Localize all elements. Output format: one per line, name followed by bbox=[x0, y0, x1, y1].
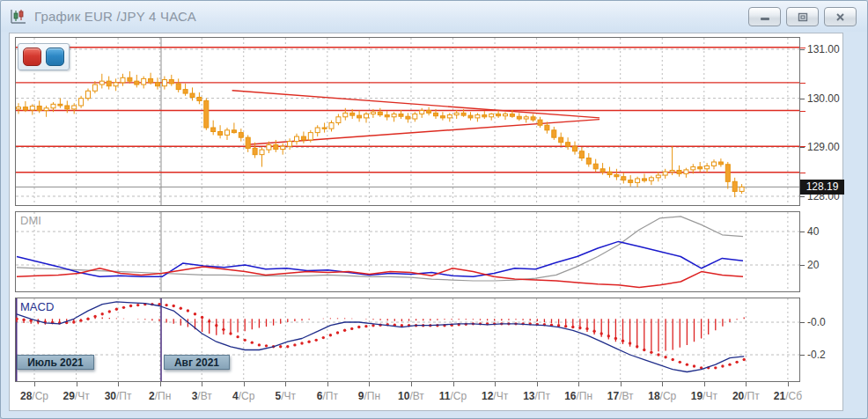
axis-tick bbox=[800, 147, 805, 148]
time-axis-tick bbox=[704, 382, 705, 386]
red-marker-button[interactable] bbox=[23, 48, 41, 66]
time-axis-tick bbox=[34, 382, 35, 386]
minimize-button[interactable] bbox=[748, 7, 781, 26]
minimize-icon bbox=[760, 12, 770, 21]
time-axis-label: 9/Пн bbox=[346, 390, 392, 402]
time-axis-label: 11/Ср bbox=[430, 390, 476, 402]
axis-tick bbox=[800, 322, 805, 323]
axis-tick bbox=[800, 83, 805, 84]
candlestick-chart[interactable] bbox=[16, 38, 799, 205]
time-axis-label: 2/Пн bbox=[137, 390, 183, 402]
macd-indicator-panel[interactable]: MACD bbox=[15, 298, 800, 382]
price-axis-label: 129.00 bbox=[807, 141, 840, 153]
restore-button[interactable] bbox=[786, 7, 819, 26]
time-axis-tick bbox=[788, 382, 789, 386]
chart-window: График EUR /JPY 4 ЧАСА bbox=[0, 0, 868, 419]
time-axis-label: 6/Пт bbox=[305, 390, 350, 402]
time-axis-tick bbox=[244, 382, 245, 386]
chart-object-toolbar bbox=[18, 43, 70, 70]
close-icon bbox=[835, 12, 845, 22]
candlestick-chart-icon bbox=[10, 9, 27, 25]
axis-tick bbox=[800, 232, 805, 232]
time-axis-tick bbox=[118, 382, 119, 386]
axis-tick bbox=[800, 48, 805, 48]
time-axis-tick bbox=[537, 382, 538, 386]
title-bar[interactable]: График EUR /JPY 4 ЧАСА bbox=[1, 1, 867, 32]
month-marker-july: Июль 2021 bbox=[17, 355, 94, 370]
macd-axis-label: -0.0 bbox=[807, 316, 826, 328]
time-axis-tick bbox=[160, 382, 161, 386]
time-axis-label: 19/Чт bbox=[681, 390, 727, 402]
dmi-axis-label: 20 bbox=[807, 259, 819, 271]
dmi-chart[interactable] bbox=[16, 212, 799, 291]
time-axis-tick bbox=[746, 382, 747, 386]
blue-marker-button[interactable] bbox=[46, 48, 64, 66]
time-axis-label: 28/Ср bbox=[11, 390, 57, 402]
month-marker-august: Авг 2021 bbox=[164, 355, 230, 370]
time-axis-tick bbox=[77, 382, 77, 386]
time-axis-label: 21/Сб bbox=[765, 390, 811, 402]
time-axis-tick bbox=[202, 382, 202, 386]
time-axis-label: 10/Вт bbox=[388, 390, 434, 402]
time-axis-tick bbox=[453, 382, 454, 386]
macd-axis-label: -0.2 bbox=[807, 349, 826, 361]
time-axis-tick bbox=[495, 382, 496, 386]
time-axis-tick bbox=[578, 382, 579, 386]
window-title: График EUR /JPY 4 ЧАСА bbox=[34, 9, 196, 24]
axis-tick bbox=[800, 49, 805, 50]
time-axis-tick bbox=[369, 382, 370, 386]
restore-icon bbox=[798, 12, 808, 22]
time-axis-label: 30/Пт bbox=[95, 390, 141, 402]
dmi-indicator-panel[interactable]: DMI bbox=[15, 211, 800, 292]
time-axis-label: 4/Ср bbox=[221, 390, 267, 402]
current-price-badge: 128.19 bbox=[800, 180, 844, 195]
price-chart-panel[interactable] bbox=[15, 37, 800, 206]
time-axis-tick bbox=[662, 382, 663, 386]
time-axis-label: 20/Пт bbox=[723, 390, 769, 402]
time-axis-tick bbox=[285, 382, 286, 386]
dmi-axis-label: 40 bbox=[807, 225, 819, 238]
price-axis-label: 130.00 bbox=[807, 92, 840, 105]
close-button[interactable] bbox=[824, 7, 857, 26]
time-axis-tick bbox=[327, 382, 328, 386]
time-axis-label: 12/Чт bbox=[472, 390, 518, 402]
time-axis-label: 5/Чт bbox=[262, 390, 308, 402]
axis-tick bbox=[800, 196, 805, 197]
axis-tick bbox=[800, 99, 805, 99]
time-axis-label: 3/Вт bbox=[179, 390, 224, 402]
time-axis-tick bbox=[621, 382, 622, 386]
time-axis-tick bbox=[411, 382, 412, 386]
axis-tick bbox=[800, 265, 805, 266]
time-axis-label: 17/Вт bbox=[598, 390, 644, 402]
macd-chart[interactable] bbox=[16, 298, 799, 381]
time-axis-label: 29/Чт bbox=[54, 390, 99, 402]
axis-tick bbox=[800, 173, 805, 173]
window-controls bbox=[748, 7, 857, 26]
price-axis-label: 131.00 bbox=[807, 43, 840, 55]
time-axis-label: 18/Ср bbox=[639, 390, 685, 402]
axis-tick bbox=[800, 111, 805, 112]
axis-tick bbox=[800, 146, 805, 147]
time-axis-label: 16/Пн bbox=[555, 390, 601, 402]
time-axis-label: 13/Пт bbox=[514, 390, 560, 402]
axis-tick bbox=[800, 355, 805, 356]
